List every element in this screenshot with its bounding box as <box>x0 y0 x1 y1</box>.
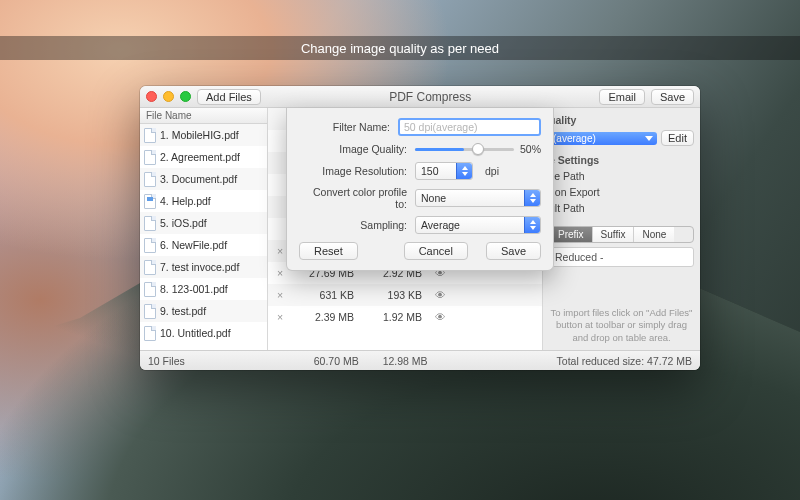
segment-suffix[interactable]: Suffix <box>593 227 635 242</box>
pdf-icon <box>144 260 156 275</box>
image-resolution-value: 150 <box>416 165 456 177</box>
filter-settings-sheet: Filter Name: Image Quality: 50% Image Re… <box>286 108 554 271</box>
settings-panel: uality (average) Edit e Settings ce Path… <box>542 108 700 350</box>
image-quality-value: 50% <box>520 143 541 155</box>
window-controls <box>146 91 191 102</box>
titlebar: Add Files PDF Compress Email Save <box>140 86 700 108</box>
remove-icon[interactable]: × <box>274 289 286 301</box>
quality-select-value: (average) <box>553 133 596 144</box>
quality-heading: uality <box>549 114 694 126</box>
file-label: 8. 123-001.pdf <box>160 283 263 295</box>
file-label: 9. test.pdf <box>160 305 263 317</box>
orig-size: 2.39 MB <box>296 311 354 323</box>
pdf-icon <box>144 216 156 231</box>
pdf-icon <box>144 194 156 209</box>
import-hint: To import files click on "Add Files" but… <box>549 307 694 344</box>
email-button[interactable]: Email <box>599 89 645 105</box>
file-row[interactable]: 3. Document.pdf <box>140 168 267 190</box>
image-resolution-select[interactable]: 150 <box>415 162 473 180</box>
file-label: 4. Help.pdf <box>160 195 263 207</box>
orig-size: 631 KB <box>296 289 354 301</box>
naming-field[interactable]: Reduced - <box>549 247 694 267</box>
file-row[interactable]: 1. MobileHIG.pdf <box>140 124 267 146</box>
remove-icon[interactable]: × <box>274 267 286 279</box>
preview-icon[interactable]: 👁 <box>432 311 448 323</box>
path-option[interactable]: t on Export <box>549 186 694 198</box>
file-label: 3. Document.pdf <box>160 173 263 185</box>
image-quality-label: Image Quality: <box>299 143 407 155</box>
reduced-size: 1.92 MB <box>364 311 422 323</box>
file-row[interactable]: 7. test invoce.pdf <box>140 256 267 278</box>
remove-icon[interactable]: × <box>274 311 286 323</box>
slider-thumb-icon[interactable] <box>472 143 484 155</box>
status-summary: Total reduced size: 47.72 MB <box>557 355 692 367</box>
naming-segment[interactable]: Prefix Suffix None <box>549 226 694 243</box>
pdf-icon <box>144 304 156 319</box>
file-row[interactable]: 6. NewFile.pdf <box>140 234 267 256</box>
sheet-save-button[interactable]: Save <box>486 242 541 260</box>
image-quality-slider[interactable]: 50% <box>415 142 541 156</box>
segment-none[interactable]: None <box>634 227 674 242</box>
add-files-button[interactable]: Add Files <box>197 89 261 105</box>
file-list-header: File Name <box>140 108 267 124</box>
filter-name-input[interactable] <box>398 118 541 136</box>
close-icon[interactable] <box>146 91 157 102</box>
file-label: 5. iOS.pdf <box>160 217 263 229</box>
color-profile-select[interactable]: None <box>415 189 541 207</box>
quality-select[interactable]: (average) <box>549 132 657 145</box>
minimize-icon[interactable] <box>163 91 174 102</box>
save-button[interactable]: Save <box>651 89 694 105</box>
file-label: 7. test invoce.pdf <box>160 261 263 273</box>
status-file-count: 10 Files <box>148 355 185 367</box>
path-option[interactable]: ce Path <box>549 170 694 182</box>
size-row: ×2.39 MB1.92 MB👁 <box>268 306 542 328</box>
size-row: ×631 KB193 KB👁 <box>268 284 542 306</box>
file-row[interactable]: 9. test.pdf <box>140 300 267 322</box>
segment-prefix[interactable]: Prefix <box>550 227 593 242</box>
app-window: Add Files PDF Compress Email Save File N… <box>140 86 700 370</box>
color-profile-value: None <box>416 192 524 204</box>
file-label: 10. Untitled.pdf <box>160 327 263 339</box>
reduced-size: 193 KB <box>364 289 422 301</box>
pdf-icon <box>144 282 156 297</box>
file-label: 1. MobileHIG.pdf <box>160 129 263 141</box>
chevron-down-icon <box>645 136 653 141</box>
status-reduced-total: 12.98 MB <box>383 355 428 367</box>
filter-name-label: Filter Name: <box>299 121 390 133</box>
pdf-icon <box>144 150 156 165</box>
status-bar: 10 Files 60.70 MB 12.98 MB Total reduced… <box>140 350 700 370</box>
pdf-icon <box>144 326 156 341</box>
pdf-icon <box>144 238 156 253</box>
window-title: PDF Compress <box>267 90 594 104</box>
remove-icon[interactable]: × <box>274 245 286 257</box>
path-settings-heading: e Settings <box>549 154 694 166</box>
sampling-value: Average <box>416 219 524 231</box>
edit-button[interactable]: Edit <box>661 130 694 146</box>
reset-button[interactable]: Reset <box>299 242 358 260</box>
resolution-unit: dpi <box>485 165 499 177</box>
sampling-select[interactable]: Average <box>415 216 541 234</box>
file-row[interactable]: 4. Help.pdf <box>140 190 267 212</box>
file-row[interactable]: 8. 123-001.pdf <box>140 278 267 300</box>
file-row[interactable]: 2. Agreement.pdf <box>140 146 267 168</box>
cancel-button[interactable]: Cancel <box>404 242 468 260</box>
sampling-label: Sampling: <box>299 219 407 231</box>
file-label: 6. NewFile.pdf <box>160 239 263 251</box>
file-label: 2. Agreement.pdf <box>160 151 263 163</box>
file-row[interactable]: 10. Untitled.pdf <box>140 322 267 344</box>
path-option[interactable]: ult Path <box>549 202 694 214</box>
color-profile-label: Convert color profile to: <box>299 186 407 210</box>
pdf-icon <box>144 128 156 143</box>
status-orig-total: 60.70 MB <box>314 355 359 367</box>
pdf-icon <box>144 172 156 187</box>
file-list[interactable]: 1. MobileHIG.pdf 2. Agreement.pdf 3. Doc… <box>140 124 267 350</box>
zoom-icon[interactable] <box>180 91 191 102</box>
file-row[interactable]: 5. iOS.pdf <box>140 212 267 234</box>
image-resolution-label: Image Resolution: <box>299 165 407 177</box>
file-list-panel: File Name 1. MobileHIG.pdf 2. Agreement.… <box>140 108 268 350</box>
overlay-caption: Change image quality as per need <box>0 36 800 60</box>
preview-icon[interactable]: 👁 <box>432 289 448 301</box>
